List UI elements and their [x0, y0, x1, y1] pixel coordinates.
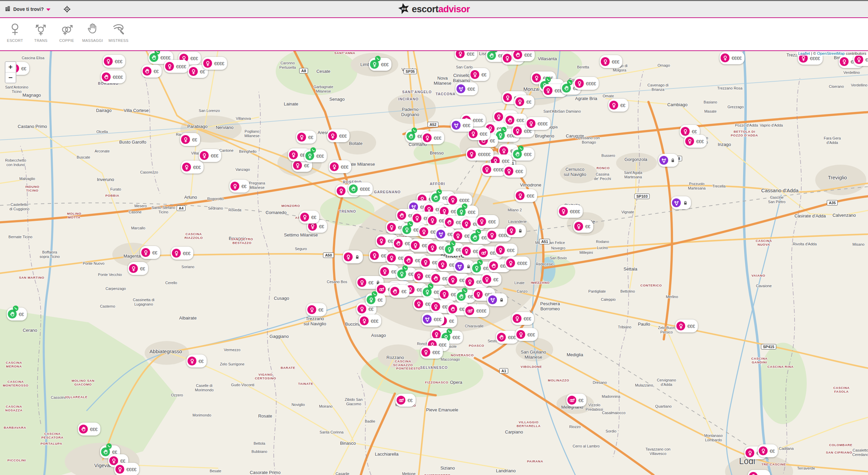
female-icon	[414, 272, 423, 280]
price-label: €€€€	[473, 117, 483, 123]
locate-me-button[interactable]	[63, 5, 71, 13]
map-marker-female[interactable]: €€€	[495, 244, 517, 257]
category-coppie[interactable]: COPPIE	[54, 18, 80, 43]
map-marker-female[interactable]: €€€	[327, 129, 350, 142]
price-label: €€€	[341, 164, 348, 170]
map-marker-female[interactable]: €€€	[199, 149, 221, 162]
map-marker-female[interactable]: €€	[140, 246, 160, 259]
price-label: €€	[198, 358, 204, 364]
map-marker-female[interactable]: €€	[296, 131, 316, 144]
price-label: €€€	[452, 334, 460, 340]
price-label: €€€	[760, 474, 767, 475]
map-marker-female[interactable]: €€€	[455, 51, 477, 60]
price-label: €€	[585, 224, 590, 229]
map-marker-female[interactable]	[506, 224, 526, 237]
map-marker-trans[interactable]	[487, 293, 507, 306]
female-icon	[297, 133, 306, 142]
female-icon	[115, 465, 124, 474]
map-marker-couple[interactable]: €€€€	[464, 304, 489, 317]
zoom-in-button[interactable]: +	[5, 62, 16, 72]
map-marker-female[interactable]: €€€€	[574, 77, 599, 90]
female-icon	[559, 207, 568, 216]
map-marker-trans[interactable]	[658, 154, 678, 167]
map-marker-female[interactable]: €€€	[359, 314, 381, 327]
map-marker-female[interactable]: €€€	[515, 328, 538, 341]
map-marker-female[interactable]: €€€€	[481, 163, 506, 176]
category-escort[interactable]: ESCORT	[2, 18, 28, 43]
price-label: €€€	[468, 209, 475, 215]
map-marker-female[interactable]: €€€	[422, 131, 444, 144]
map-marker-female[interactable]: €€€	[369, 58, 391, 71]
map-marker-female[interactable]: €€€	[476, 215, 499, 228]
map-marker-trans[interactable]: €€€	[451, 119, 473, 132]
map-marker-couple[interactable]: €€	[396, 394, 416, 407]
map-marker-hand[interactable]: €€€	[512, 51, 535, 61]
map-marker-female[interactable]	[343, 250, 363, 263]
map-marker-female[interactable]: €€€€	[164, 60, 189, 73]
map-marker-female[interactable]: €€	[514, 95, 534, 108]
map-marker-female[interactable]: €€€	[512, 312, 534, 325]
price-label: €€€	[316, 153, 324, 159]
map-marker-female[interactable]: €€	[128, 262, 148, 275]
category-mistress[interactable]: MISTRESS	[106, 18, 131, 43]
category-massaggi[interactable]: MASSAGGI	[80, 18, 106, 43]
map-marker-hand[interactable]: €€€	[512, 148, 534, 161]
price-label: €€€	[211, 153, 218, 159]
map-marker-female[interactable]: €€	[481, 273, 501, 286]
map-marker-female[interactable]: €€€	[181, 161, 204, 174]
price-label: €€€	[434, 135, 441, 141]
map-marker-hand[interactable]: €€€	[78, 423, 100, 436]
map-marker-female[interactable]: €€	[299, 211, 319, 224]
map-marker-female[interactable]: €€	[229, 180, 250, 193]
leaflet-map[interactable]: Cascina ElisaMagnagoSant'Antonino Ticino…	[0, 51, 868, 475]
map-marker-female[interactable]: €€€	[600, 55, 622, 68]
map-marker-female[interactable]: €€€	[684, 135, 707, 148]
location-dropdown[interactable]: Dove ti trovi?	[5, 6, 50, 13]
map-marker-female[interactable]: €€€	[675, 320, 698, 332]
zoom-out-button[interactable]: −	[5, 72, 16, 83]
map-marker-female[interactable]: €€	[187, 355, 207, 367]
female-icon	[432, 330, 441, 339]
map-marker-female[interactable]: €€€€	[558, 205, 583, 218]
map-marker-female[interactable]: €€	[469, 68, 489, 81]
map-marker-female[interactable]: €€	[366, 293, 386, 306]
map-marker-hand[interactable]: €€	[7, 308, 27, 321]
map-marker-trans[interactable]: €€€	[422, 313, 444, 326]
category-trans[interactable]: TRANS	[28, 18, 54, 43]
map-marker-female[interactable]: €€€€	[114, 463, 139, 475]
map-marker-trans[interactable]: €€€	[455, 82, 478, 95]
map-marker-female[interactable]: €€€€	[526, 117, 550, 130]
leaflet-link[interactable]: Leaflet	[798, 51, 810, 55]
map-marker-female[interactable]: €€€€€	[466, 148, 494, 161]
map-marker-female[interactable]: €€€€	[202, 57, 227, 70]
price-label: €€€€	[113, 74, 123, 80]
map-marker-couple[interactable]: €€	[566, 394, 586, 407]
map-marker-female[interactable]: €€€€	[505, 257, 530, 269]
map-marker-female[interactable]: €€€	[329, 160, 351, 173]
female-icon	[745, 448, 754, 457]
map-marker-female[interactable]: €€€	[304, 149, 327, 162]
couple-icon	[567, 396, 576, 405]
map-marker-female[interactable]: €€€	[515, 189, 537, 202]
map-marker-female[interactable]: €€	[608, 99, 628, 112]
escortadvisor-logo[interactable]: ea escortadvisor	[398, 3, 470, 16]
map-marker-trans[interactable]	[671, 196, 691, 209]
map-marker-female[interactable]: €€	[180, 133, 200, 146]
couple-icon	[377, 285, 386, 294]
map-marker-female[interactable]: €€€	[503, 165, 526, 178]
map-marker-female[interactable]: €€	[306, 303, 326, 316]
map-marker-female[interactable]: €€	[573, 220, 593, 233]
osm-link[interactable]: OpenStreetMap	[817, 51, 845, 55]
price-label: €€€	[381, 62, 388, 67]
map-marker-hand[interactable]: €€	[389, 285, 409, 298]
map-marker-female[interactable]: €€	[758, 444, 778, 457]
map-marker-female[interactable]: €€€	[103, 55, 125, 68]
map-marker-female[interactable]: €€€	[420, 346, 443, 359]
price-label: €€	[449, 318, 454, 324]
map-marker-female[interactable]: €€€€	[720, 51, 744, 64]
map-marker-female[interactable]: €€€	[748, 470, 770, 475]
map-marker-hand[interactable]: €€€€	[101, 70, 126, 83]
map-marker-female[interactable]: €€€	[171, 247, 193, 260]
map-marker-hand[interactable]: €€€€	[348, 182, 373, 195]
map-marker-hand[interactable]: €€	[142, 65, 162, 78]
